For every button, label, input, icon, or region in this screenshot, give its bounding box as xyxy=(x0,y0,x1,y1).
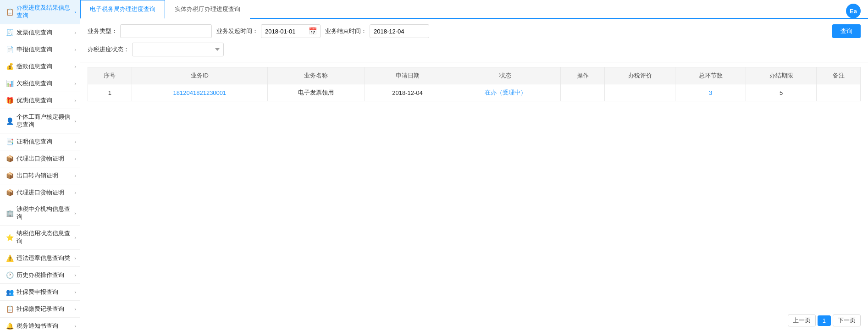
progress-state-group: 办税进度状态： xyxy=(88,43,224,56)
business-type-group: 业务类型： xyxy=(88,24,212,38)
query-button[interactable]: 查询 xyxy=(832,24,861,38)
next-page-button[interactable]: 下一页 xyxy=(833,314,861,326)
table-cell xyxy=(605,84,675,101)
sidebar-icon-xin-yong: ⭐ xyxy=(6,233,14,242)
col-header: 操作 xyxy=(561,67,605,84)
sidebar-item-you-hui[interactable]: 🎁 优惠信息查询 › xyxy=(0,92,80,109)
sidebar-label-shen-bao: 申报信息查询 xyxy=(17,46,75,54)
top-bar: Ea xyxy=(839,0,868,22)
col-header: 状态 xyxy=(450,67,561,84)
sidebar-arrow-jiao-kuan: › xyxy=(74,64,76,69)
sidebar: 📋 办税进度及结果信息查询 › 🧾 发票信息查询 › 📄 申报信息查询 › 💰 … xyxy=(0,0,80,331)
sidebar-label-xin-yong: 纳税信用状态信息查询 xyxy=(17,230,75,245)
table-row: 11812041821230001电子发票领用2018-12-04在办（受理中）… xyxy=(88,84,861,101)
sidebar-item-xin-yong[interactable]: ⭐ 纳税信用状态信息查询 › xyxy=(0,226,80,250)
sidebar-item-ge-ti[interactable]: 👤 个体工商户核定额信息查询 › xyxy=(0,109,80,133)
end-date-input[interactable] xyxy=(370,24,429,38)
sidebar-label-jin-kou: 代理进口货物证明 xyxy=(17,189,75,197)
sidebar-item-tong-zhi[interactable]: 🔔 税务通知书查询 › xyxy=(0,318,80,331)
table-cell xyxy=(817,84,861,101)
prev-page-button[interactable]: 上一页 xyxy=(788,314,816,326)
col-header: 总环节数 xyxy=(675,67,746,84)
table-cell[interactable]: 3 xyxy=(675,84,746,101)
sidebar-label-she-bao-shen: 社保费申报查询 xyxy=(17,288,75,296)
sidebar-label-you-hui: 优惠信息查询 xyxy=(17,97,75,105)
table-body: 11812041821230001电子发票领用2018-12-04在办（受理中）… xyxy=(88,84,861,101)
sidebar-icon-she-bao-shen: 👥 xyxy=(6,288,14,296)
table-cell: 电子发票领用 xyxy=(267,84,365,101)
sidebar-arrow-shen-bao: › xyxy=(74,47,76,52)
sidebar-icon-zhuan-nei: 📦 xyxy=(6,171,14,180)
table-cell xyxy=(561,84,605,101)
sidebar-item-zheng-ming[interactable]: 📑 证明信息查询 › xyxy=(0,133,80,150)
table-cell: 5 xyxy=(746,84,817,101)
sidebar-icon-chu-kou: 📦 xyxy=(6,154,14,163)
user-avatar[interactable]: Ea xyxy=(846,4,861,18)
col-header: 申请日期 xyxy=(365,67,450,84)
sidebar-label-qian-shui: 欠税信息查询 xyxy=(17,80,75,88)
start-time-label: 业务发起时间： xyxy=(216,27,258,35)
start-time-group: 业务发起时间： 📅 xyxy=(216,24,321,38)
sidebar-label-wei-fa: 违法违章信息查询类 xyxy=(17,254,75,262)
sidebar-label-she-bao-ji: 社保缴费记录查询 xyxy=(17,305,75,313)
sidebar-label-zheng-ming: 证明信息查询 xyxy=(17,138,75,146)
sidebar-item-jin-kou[interactable]: 📦 代理进口货物证明 › xyxy=(0,184,80,201)
sidebar-icon-wei-fa: ⚠️ xyxy=(6,254,14,262)
sidebar-arrow-she-bao-ji: › xyxy=(74,306,76,312)
sidebar-item-she-shui[interactable]: 🏢 涉税中介机构信息查询 › xyxy=(0,201,80,226)
sidebar-arrow-zhuan-nei: › xyxy=(74,173,76,178)
end-time-label: 业务结束时间： xyxy=(325,27,367,35)
start-date-input[interactable] xyxy=(261,24,321,38)
pagination: 上一页 1 下一页 xyxy=(80,310,868,331)
sidebar-label-fa-piao: 发票信息查询 xyxy=(17,29,75,37)
table-cell[interactable]: 1812041821230001 xyxy=(132,84,267,101)
table-cell[interactable]: 在办（受理中） xyxy=(450,84,561,101)
sidebar-item-chu-kou[interactable]: 📦 代理出口货物证明 › xyxy=(0,150,80,167)
sidebar-item-li-shi[interactable]: 🕐 历史办税操作查询 › xyxy=(0,267,80,284)
sidebar-item-jiao-kuan[interactable]: 💰 缴款信息查询 › xyxy=(0,58,80,75)
sidebar-icon-jiao-kuan: 💰 xyxy=(6,62,14,71)
tab-shi-ti[interactable]: 实体办税厅办理进度查询 xyxy=(165,0,250,19)
sidebar-arrow-li-shi: › xyxy=(74,272,76,278)
sidebar-item-shen-bao[interactable]: 📄 申报信息查询 › xyxy=(0,41,80,58)
sidebar-label-ge-ti: 个体工商户核定额信息查询 xyxy=(17,113,75,129)
sidebar-icon-li-shi: 🕐 xyxy=(6,271,14,279)
sidebar-item-zhuan-nei[interactable]: 📦 出口转内销证明 › xyxy=(0,167,80,184)
sidebar-icon-tong-zhi: 🔔 xyxy=(6,322,14,330)
sidebar-icon-jin-kou: 📦 xyxy=(6,188,14,197)
sidebar-icon-qian-shui: 📊 xyxy=(6,79,14,88)
sidebar-item-qian-shui[interactable]: 📊 欠税信息查询 › xyxy=(0,75,80,92)
sidebar-arrow-ge-ti: › xyxy=(74,118,76,124)
sidebar-arrow-tong-zhi: › xyxy=(74,323,76,329)
sidebar-item-wei-fa[interactable]: ⚠️ 违法违章信息查询类 › xyxy=(0,250,80,267)
sidebar-item-she-bao-ji[interactable]: 📋 社保缴费记录查询 › xyxy=(0,301,80,318)
sidebar-arrow-jin-kou: › xyxy=(74,190,76,195)
business-type-input[interactable] xyxy=(120,24,212,38)
table-cell: 2018-12-04 xyxy=(365,84,450,101)
sidebar-arrow-fa-piao: › xyxy=(74,30,76,35)
sidebar-icon-she-shui: 🏢 xyxy=(6,209,14,217)
end-date-wrap xyxy=(370,24,429,38)
data-table: 序号业务ID业务名称申请日期状态操作办税评价总环节数办结期限备注 1181204… xyxy=(88,67,861,101)
tabs: 电子税务局办理进度查询实体办税厅办理进度查询 xyxy=(80,0,868,19)
filter-row-2: 办税进度状态： xyxy=(88,43,861,56)
sidebar-label-ban-jing: 办税进度及结果信息查询 xyxy=(17,4,75,20)
sidebar-arrow-she-bao-shen: › xyxy=(74,289,76,295)
current-page-button[interactable]: 1 xyxy=(818,315,831,326)
sidebar-arrow-ban-jing: › xyxy=(74,9,76,15)
sidebar-label-she-shui: 涉税中介机构信息查询 xyxy=(17,205,75,221)
progress-state-label: 办税进度状态： xyxy=(88,45,129,54)
table-wrap: 序号业务ID业务名称申请日期状态操作办税评价总环节数办结期限备注 1181204… xyxy=(80,62,868,310)
tab-dian-zi[interactable]: 电子税务局办理进度查询 xyxy=(80,0,165,19)
sidebar-arrow-she-shui: › xyxy=(74,210,76,216)
sidebar-item-she-bao-shen[interactable]: 👥 社保费申报查询 › xyxy=(0,284,80,301)
progress-state-select[interactable] xyxy=(132,43,224,56)
sidebar-icon-shen-bao: 📄 xyxy=(6,45,14,54)
sidebar-arrow-xin-yong: › xyxy=(74,235,76,240)
sidebar-icon-zheng-ming: 📑 xyxy=(6,138,14,146)
col-header: 办结期限 xyxy=(746,67,817,84)
sidebar-icon-fa-piao: 🧾 xyxy=(6,28,14,37)
sidebar-item-fa-piao[interactable]: 🧾 发票信息查询 › xyxy=(0,24,80,41)
sidebar-arrow-zheng-ming: › xyxy=(74,139,76,144)
sidebar-item-ban-jing[interactable]: 📋 办税进度及结果信息查询 › xyxy=(0,0,80,24)
